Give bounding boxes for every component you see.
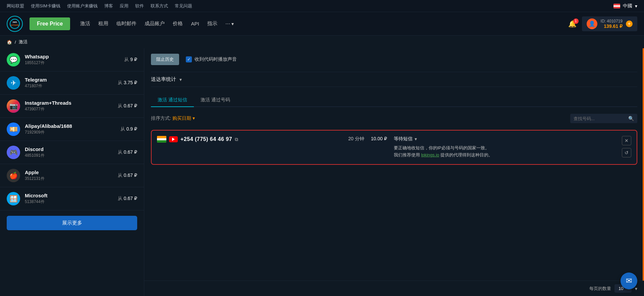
show-more-button[interactable]: 展示更多 (7, 216, 137, 230)
main-content: 阻止历史 ✓ 收到代码时播放声音 送达率统计 ▾ 激活 通过短信 激活 通过号码… (144, 48, 644, 296)
sound-toggle-label: 收到代码时播放声音 (195, 56, 237, 62)
logo-area: SMS ACTIVATE (7, 16, 23, 32)
logo-icon: SMS ACTIVATE (7, 16, 23, 32)
tab-sms[interactable]: 激活 通过短信 (151, 94, 194, 107)
telegram-price: 从 3.75 ₽ (118, 80, 137, 86)
pagination-row: 每页的数量 10 25 50 ▾ (144, 281, 644, 296)
activation-tabs: 激活 通过短信 激活 通过号码 (151, 94, 637, 107)
user-id: ID: 4010719 (601, 19, 623, 23)
main-header: SMS ACTIVATE Free Price 激活 租用 临时邮件 成品账户 … (0, 12, 644, 36)
sidebar: 💬 Whatsapp 1855127件 从 9 ₽ ✈ Telegram 471… (0, 48, 144, 296)
ip-warning-text: 要正确地收短信，你的IP必须与号码的国家一致。 我们推荐使用 lpkings.i… (394, 145, 615, 159)
breadcrumb: 🏠 / 激活 (0, 36, 644, 48)
delivery-stats-label: 送达率统计 (151, 76, 176, 83)
nav-link-app[interactable]: 应用 (120, 3, 128, 9)
nav-temp-email[interactable]: 临时邮件 (116, 20, 137, 27)
nav-accounts[interactable]: 成品账户 (145, 20, 165, 27)
recommend-text: 我们推荐使用 lpkings.io 提供的代理得到这种目的。 (394, 152, 493, 157)
top-nav-right: 中國 ▾ (613, 3, 637, 9)
sort-chevron-icon[interactable]: ▾ (193, 115, 195, 121)
nav-link-sim[interactable]: 使用SIM卡赚钱 (31, 3, 60, 9)
close-card-button[interactable]: ✕ (622, 136, 631, 145)
sort-value-button[interactable]: 购买日期 (172, 115, 191, 121)
copy-icon[interactable]: ⧉ (235, 137, 238, 142)
nav-link-alliance[interactable]: 网站联盟 (7, 3, 24, 9)
delivery-chevron-icon: ▾ (179, 77, 182, 82)
chevron-down-icon[interactable]: ▾ (635, 3, 637, 9)
waiting-sms-label: 等待短信 ▾ (394, 136, 615, 142)
tab-number[interactable]: 激活 通过号码 (194, 94, 237, 107)
nav-more-dropdown[interactable]: ⋯ ▾ (225, 21, 234, 27)
instagram-price: 从 0.67 ₽ (118, 103, 137, 109)
sort-control: 排序方式: 购买日期 ▾ (151, 115, 195, 121)
microsoft-service-name: Microsoft 5138744件 (25, 193, 118, 205)
user-avatar-icon: 👤 (587, 18, 597, 29)
discord-price: 从 0.67 ₽ (118, 149, 137, 155)
sort-row: 排序方式: 购买日期 ▾ 🔍 (151, 114, 637, 123)
country-label[interactable]: 中國 (623, 3, 632, 9)
nav-link-blog[interactable]: 博客 (104, 3, 113, 9)
alipay-price: 从 0.9 ₽ (120, 126, 137, 132)
svg-point-0 (10, 19, 19, 29)
chevron-down-icon: ▾ (231, 21, 234, 27)
india-flag-icon (157, 136, 166, 143)
whatsapp-service-name: Whatsapp 1855127件 (25, 54, 124, 66)
phone-duration: 20 分钟 (348, 136, 364, 142)
sound-checkbox[interactable]: ✓ (186, 56, 192, 62)
instagram-icon: 📷 (7, 99, 20, 113)
search-input[interactable] (574, 116, 626, 121)
main-navigation: 激活 租用 临时邮件 成品账户 价格 API 指示 ⋯ ▾ (80, 20, 568, 27)
delivery-stats-section[interactable]: 送达率统计 ▾ (151, 72, 637, 87)
phone-number: +254 (775) 64 46 97 (180, 136, 232, 142)
sidebar-item-telegram[interactable]: ✈ Telegram 471807件 从 3.75 ₽ (0, 71, 144, 95)
breadcrumb-home[interactable]: 🏠 (7, 40, 12, 45)
nav-link-faq[interactable]: 常见问题 (175, 3, 192, 9)
search-wrap: 🔍 (570, 114, 637, 123)
add-funds-button[interactable]: + (626, 20, 633, 27)
nav-price[interactable]: 价格 (173, 20, 183, 27)
sidebar-item-instagram[interactable]: 📷 Instagram+Threads 4739077件 从 0.67 ₽ (0, 95, 144, 118)
microsoft-icon: 🪟 (7, 192, 20, 205)
user-balance: 139.61 ₽ (601, 23, 623, 29)
svg-text:SMS: SMS (12, 21, 17, 23)
nav-activate[interactable]: 激活 (80, 20, 90, 27)
bell-badge: 1 (573, 18, 579, 24)
nav-more-icon: ⋯ (225, 21, 230, 27)
nav-api[interactable]: API (191, 21, 199, 27)
phone-left-section: +254 (775) 64 46 97 ⧉ (157, 136, 341, 143)
sidebar-item-microsoft[interactable]: 🪟 Microsoft 5138744件 从 0.67 ₽ (0, 187, 144, 210)
sidebar-item-alipay[interactable]: 💴 Alipay/Alibaba/1688 7192909件 从 0.9 ₽ (0, 118, 144, 141)
phone-right-section: 等待短信 ▾ 要正确地收短信，你的IP必须与号码的国家一致。 我们推荐使用 lp… (394, 136, 615, 159)
instagram-service-name: Instagram+Threads 4739077件 (25, 100, 118, 112)
sidebar-item-apple[interactable]: 🍎 Apple 3512131件 从 0.67 ₽ (0, 164, 144, 187)
nav-link-account[interactable]: 使用账户来赚钱 (67, 3, 98, 9)
telegram-icon: ✈ (7, 76, 20, 90)
nav-link-software[interactable]: 软件 (135, 3, 144, 9)
block-history-button[interactable]: 阻止历史 (151, 54, 179, 65)
whatsapp-price: 从 9 ₽ (124, 57, 137, 63)
top-navbar: 网站联盟 使用SIM卡赚钱 使用账户来赚钱 博客 应用 软件 联系方式 常见问题… (0, 0, 644, 12)
lpkings-link[interactable]: lpkings.io (421, 152, 439, 157)
apple-icon: 🍎 (7, 169, 20, 182)
phone-price: 10.00 ₽ (371, 136, 387, 141)
waiting-chevron-icon[interactable]: ▾ (415, 136, 417, 142)
sidebar-item-discord[interactable]: 🎮 Discord 4851091件 从 0.67 ₽ (0, 141, 144, 164)
per-page-label: 每页的数量 (589, 286, 611, 292)
nav-link-contact[interactable]: 联系方式 (151, 3, 168, 9)
sound-toggle: ✓ 收到代码时播放声音 (186, 56, 237, 62)
nav-rent[interactable]: 租用 (98, 20, 108, 27)
chevron-down-icon: ▾ (635, 286, 637, 291)
search-icon[interactable]: 🔍 (628, 116, 634, 121)
notification-bell-button[interactable]: 🔔 1 (568, 20, 577, 28)
phone-card: +254 (775) 64 46 97 ⧉ 20 分钟 10.00 ₽ 等待短信… (151, 130, 637, 165)
apple-service-name: Apple 3512131件 (25, 169, 118, 182)
refresh-card-button[interactable]: ↺ (622, 148, 631, 157)
discord-service-name: Discord 4851091件 (25, 146, 118, 158)
user-info: ID: 4010719 139.61 ₽ (601, 19, 623, 29)
breadcrumb-separator: / (15, 40, 16, 45)
nav-guide[interactable]: 指示 (207, 20, 217, 27)
sidebar-item-whatsapp[interactable]: 💬 Whatsapp 1855127件 从 9 ₽ (0, 48, 144, 71)
chat-bubble-button[interactable]: ✉ (621, 273, 637, 289)
whatsapp-icon: 💬 (7, 53, 20, 66)
free-price-button[interactable]: Free Price (30, 17, 70, 30)
